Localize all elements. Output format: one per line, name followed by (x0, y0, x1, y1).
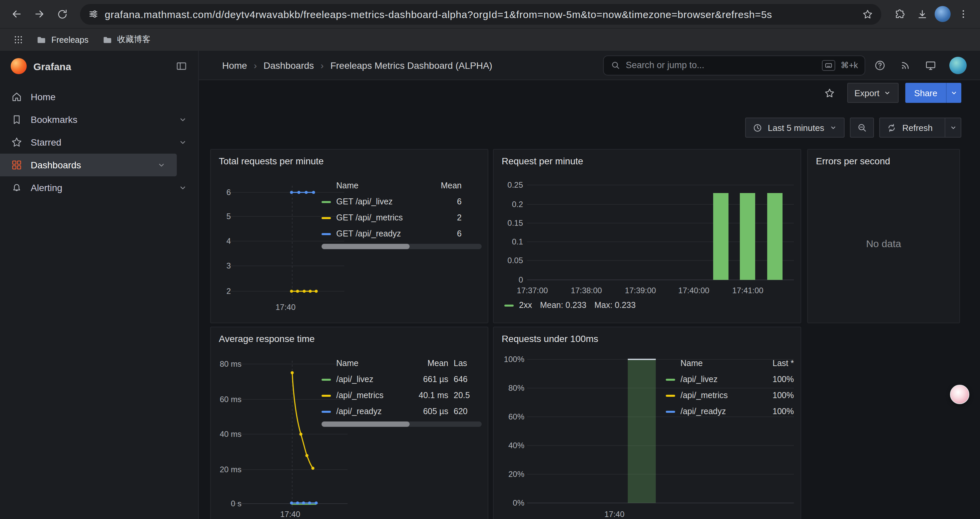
series-name[interactable]: 2xx (519, 300, 532, 310)
legend-col-name[interactable]: Name (336, 359, 406, 368)
series-name[interactable]: GET /api/_metrics (336, 213, 416, 222)
refresh-interval-caret[interactable] (945, 118, 961, 137)
legend-scrollbar[interactable] (321, 244, 482, 249)
share-menu-caret[interactable] (946, 83, 961, 103)
downloads-icon[interactable] (912, 4, 932, 24)
legend-col-mean[interactable]: Mean (422, 181, 461, 190)
series-last: 100% (760, 391, 794, 400)
bookmark-folder-freeleaps[interactable]: Freeleaps (31, 32, 94, 48)
apps-grid-icon[interactable] (8, 30, 28, 50)
y-tick: 0.25 (498, 180, 523, 190)
legend-row[interactable]: /api/_metrics 100% (666, 387, 794, 404)
legend-row[interactable]: /api/_metrics 40.1 ms 20.5 m (321, 387, 482, 404)
breadcrumb-current[interactable]: Freeleaps Metrics Dashboard (ALPHA) (330, 60, 492, 70)
favorite-star-icon[interactable] (819, 83, 840, 103)
display-icon[interactable] (920, 55, 941, 75)
series-color-green (321, 378, 331, 380)
panel-title[interactable]: Request per minute (494, 150, 800, 166)
search-icon (611, 60, 620, 70)
legend-col-last[interactable]: Las (453, 359, 471, 368)
refresh-button[interactable]: Refresh (880, 118, 961, 137)
share-button[interactable]: Share (905, 83, 961, 103)
panel-total-requests[interactable]: Total requests per minute 6 5 4 3 2 17:4… (210, 149, 488, 323)
legend-row[interactable]: /api/_readyz 605 µs 620 (321, 404, 482, 420)
grafana-logo-icon[interactable] (11, 58, 27, 74)
legend-row[interactable]: /api/_livez 661 µs 646 (321, 371, 482, 387)
search-box[interactable]: ⌘+k (603, 55, 865, 75)
search-input[interactable] (626, 60, 816, 70)
chevron-down-icon[interactable] (178, 137, 188, 147)
legend[interactable]: 2xx Mean: 0.233 Max: 0.233 (504, 300, 636, 310)
panel-title[interactable]: Requests under 100ms (494, 327, 800, 344)
sidebar-item-starred[interactable]: Starred (0, 131, 198, 153)
chevron-down-icon[interactable] (178, 115, 188, 124)
reload-icon[interactable] (52, 4, 72, 24)
panel-title[interactable]: Average response time (211, 327, 488, 344)
panel-request-per-minute[interactable]: Request per minute 0.25 0.2 0.15 0.1 0.0… (493, 149, 801, 323)
panel-errors-per-second[interactable]: Errors per second No data (807, 149, 960, 323)
legend-row[interactable]: /api/_livez 100% (666, 371, 794, 387)
series-color-yellow (321, 217, 331, 219)
legend-row[interactable]: GET /api/_metrics 2 (321, 210, 482, 226)
help-icon[interactable] (869, 55, 891, 75)
scrollbar-thumb[interactable] (321, 422, 410, 427)
sidebar-item-label: Dashboards (31, 160, 81, 170)
legend-col-name[interactable]: Name (336, 181, 416, 190)
legend-col-last[interactable]: Last * (760, 359, 794, 368)
zoom-out-button[interactable] (850, 118, 874, 137)
site-settings-icon[interactable] (88, 9, 99, 19)
legend-col-name[interactable]: Name (681, 359, 755, 368)
chevron-down-icon[interactable] (178, 183, 188, 192)
news-rss-icon[interactable] (895, 55, 916, 75)
sidebar-item-alerting[interactable]: Alerting (0, 176, 198, 199)
refresh-main[interactable]: Refresh (880, 118, 939, 137)
chevron-down-icon[interactable] (157, 160, 166, 170)
series-name[interactable]: /api/_livez (681, 375, 755, 384)
sidebar-item-home[interactable]: Home (0, 86, 198, 108)
sidebar-item-bookmarks[interactable]: Bookmarks (0, 108, 198, 131)
series-name[interactable]: GET /api/_readyz (336, 229, 416, 238)
bookmark-folder-blogs[interactable]: 收藏博客 (96, 31, 156, 48)
legend-row[interactable]: GET /api/_readyz 6 (321, 226, 482, 242)
series-name[interactable]: /api/_metrics (336, 391, 406, 400)
user-avatar[interactable] (949, 56, 967, 74)
url-text[interactable]: grafana.mathmast.com/d/deytv4rwavabkb/fr… (105, 8, 856, 20)
no-data-message: No data (808, 238, 959, 249)
panel-title[interactable]: Errors per second (808, 150, 959, 166)
legend-col-mean[interactable]: Mean (411, 359, 448, 368)
panel-avg-response-time[interactable]: Average response time 80 ms 60 ms 40 ms … (210, 327, 488, 519)
url-bar[interactable]: grafana.mathmast.com/d/deytv4rwavabkb/fr… (80, 4, 881, 24)
series-max: Max: 0.233 (594, 300, 636, 310)
sidebar-item-dashboards[interactable]: Dashboards (0, 153, 177, 176)
time-range-picker[interactable]: Last 5 minutes (745, 118, 845, 137)
floating-assistant-avatar[interactable] (950, 385, 969, 404)
extensions-icon[interactable] (889, 4, 909, 24)
bookmark-label: 收藏博客 (117, 34, 150, 45)
scrollbar-thumb[interactable] (321, 244, 410, 249)
sidebar-collapse-icon[interactable] (175, 60, 188, 72)
series-name[interactable]: GET /api/_livez (336, 197, 416, 206)
legend-header: Name Mean Las (321, 355, 482, 371)
series-name[interactable]: /api/_readyz (336, 407, 406, 416)
legend-row[interactable]: GET /api/_livez 6 (321, 194, 482, 210)
y-tick: 60% (496, 412, 524, 422)
panel-requests-under-100ms[interactable]: Requests under 100ms 100% 80% 60% 40% 20… (493, 327, 801, 519)
breadcrumb-home[interactable]: Home (222, 60, 247, 70)
series-name[interactable]: /api/_livez (336, 375, 406, 384)
browser-menu-icon[interactable] (953, 4, 973, 24)
breadcrumb: Home › Dashboards › Freeleaps Metrics Da… (222, 60, 492, 70)
series-name[interactable]: /api/_metrics (681, 391, 755, 400)
dashboard-actions: Export Share (819, 83, 961, 103)
breadcrumb-dashboards[interactable]: Dashboards (264, 60, 314, 70)
share-label[interactable]: Share (905, 83, 946, 103)
browser-profile-avatar[interactable] (935, 6, 951, 22)
legend-scrollbar[interactable] (321, 422, 482, 427)
forward-icon[interactable] (29, 4, 49, 24)
bookmark-star-icon[interactable] (862, 8, 873, 20)
legend-row[interactable]: /api/_readyz 100% (666, 404, 794, 420)
back-icon[interactable] (7, 4, 27, 24)
series-name[interactable]: /api/_readyz (681, 407, 755, 416)
export-button[interactable]: Export (847, 83, 899, 103)
x-tick: 17:37:00 (511, 285, 554, 296)
panel-title[interactable]: Total requests per minute (211, 150, 488, 166)
